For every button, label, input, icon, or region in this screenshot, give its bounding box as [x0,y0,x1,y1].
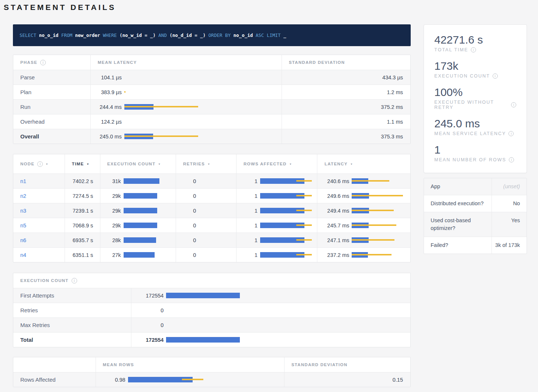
mean-latency-value: 244.4 ms [91,104,122,110]
rows-affected-table-header: MEAN ROWS STANDARD DEVIATION [13,357,410,372]
phase-label: Plan [13,85,90,99]
execution-count-bar [166,293,410,298]
node-cell: n4 [13,248,65,262]
phase-table-row: Overall245.0 ms375.3 ms [13,129,410,144]
summary-stat: 1MEAN NUMBER OF ROWSi [434,144,516,162]
latency-cell: 249.4 ms [317,203,410,218]
sql-token: ( [120,32,123,38]
summary-stat: 42271.6 sTOTAL TIMEi [434,34,516,52]
mean-rows-value: 0.98 [96,377,125,383]
details-row-label: Distributed execution? [424,195,492,212]
info-icon[interactable]: i [72,278,77,283]
summary-stat-value: 100% [434,86,516,99]
phase-column-header: PHASE i [13,55,90,70]
node-link[interactable]: n3 [13,208,26,214]
node-column-header-retries[interactable]: RETRIES▼ [176,154,236,173]
latency-value: 249.6 ms [317,193,349,199]
stddev-bar-segment [352,180,389,182]
phase-table-row: Overhead124.2 µs1.1 ms [13,114,410,129]
execution-count-header: EXECUTION COUNT i [13,273,131,288]
execution-count-value-cell: 172554 [131,288,410,303]
stddev-bar-segment [352,210,394,211]
standard-deviation-column-header: STANDARD DEVIATION [284,357,410,372]
info-icon[interactable]: i [493,73,498,79]
rows-affected-value: 1 [237,223,258,228]
node-cell: n6 [13,233,65,247]
column-header-label: RETRIES [183,162,205,166]
latency-bar [352,223,410,228]
stddev-bar-segment [352,195,403,196]
latency-cell: 240.6 ms [317,174,410,188]
column-header-label: NODE [20,162,34,166]
retries-value: 0 [176,237,196,243]
execution-count-value: 0 [131,322,163,328]
details-row-label: Failed? [424,237,492,254]
sql-token: no_w_id [123,32,142,38]
phase-table-row: Parse104.1 µs434.3 µs [13,70,410,85]
rows-affected-bar [260,237,317,243]
execution-count-value: 31k [100,178,121,184]
details-row-value: Yes [492,212,527,237]
info-icon[interactable]: i [511,102,516,107]
node-link[interactable]: n2 [13,193,26,199]
execution-count-bar [124,223,176,228]
details-row-value: No [492,195,527,212]
sort-caret-icon[interactable]: ▼ [289,163,292,165]
sort-caret-icon[interactable]: ▼ [207,163,210,165]
summary-stat-label: EXECUTED WITHOUT RETRYi [434,100,516,110]
node-column-header-node[interactable]: NODEi▼ [13,154,65,173]
summary-stat-value: 1 [434,144,516,156]
info-icon[interactable]: i [509,157,514,162]
column-header-label: LATENCY [324,162,348,166]
node-column-header-time[interactable]: TIME▼ [65,154,100,173]
info-icon[interactable]: i [471,47,476,52]
node-column-header-latency[interactable]: LATENCY▼ [317,154,410,173]
execution-count-value: 28k [100,237,121,243]
node-link[interactable]: n5 [13,223,26,228]
retries-cell: 0 [176,248,236,262]
node-link[interactable]: n1 [13,178,26,184]
sql-token: WHERE [103,32,120,38]
execution-count-value-cell: 0 [131,318,410,332]
node-table: NODEi▼TIME▼EXECUTION COUNT▼RETRIES▼ROWS … [13,154,411,262]
node-column-header-execution-count[interactable]: EXECUTION COUNT▼ [100,154,176,173]
time-cell: 6351.1 s [65,248,100,262]
rows-affected-cell: 1 [236,248,317,262]
execution-count-cell: 29k [100,189,176,203]
execution-count-table: EXECUTION COUNT i First Attempts172554Re… [13,273,411,347]
info-icon[interactable]: i [37,161,43,167]
node-link[interactable]: n4 [13,252,26,258]
node-column-header-rows-affected[interactable]: ROWS AFFECTED▼ [236,154,317,173]
sort-caret-icon[interactable]: ▼ [158,163,161,165]
info-icon[interactable]: i [508,131,514,136]
latency-bar [352,252,410,258]
rows-affected-bar [260,252,317,258]
retries-value: 0 [176,193,196,199]
sql-token: = _) [142,32,158,38]
sort-caret-icon[interactable]: ▼ [350,163,353,165]
execution-count-bar [124,178,176,184]
rows-affected-value: 1 [237,178,258,184]
sql-token: ASC LIMIT [256,32,283,38]
rows-affected-table: MEAN ROWS STANDARD DEVIATION Rows Affect… [13,357,411,387]
sql-token: no_o_id [234,32,256,38]
sort-caret-icon[interactable]: ▼ [45,163,48,165]
node-table-row: n17402.2 s31k01240.6 ms [13,173,410,188]
phase-table-header: PHASE i MEAN LATENCY STANDARD DEVIATION [13,55,410,70]
node-link[interactable]: n6 [13,237,26,243]
stddev-bar-segment [182,379,203,380]
mean-bar-segment [124,178,159,184]
mean-bar-segment [166,293,240,298]
main-column: SELECT no_o_id FROM new_order WHERE (no_… [13,24,411,387]
mean-latency-cell: 104.1 µs [90,70,282,85]
phase-label: Run [13,100,90,114]
latency-value: 245.7 ms [317,223,349,228]
execution-count-cell: 29k [100,203,176,218]
execution-count-row-label: First Attempts [13,288,131,303]
info-icon[interactable]: i [40,60,46,65]
mean-latency-bar [124,134,282,139]
rows-affected-row-label: Rows Affected [13,372,96,387]
time-cell: 6935.7 s [65,233,100,247]
blank-column-header [13,357,96,372]
sort-caret-icon[interactable]: ▼ [86,163,89,165]
